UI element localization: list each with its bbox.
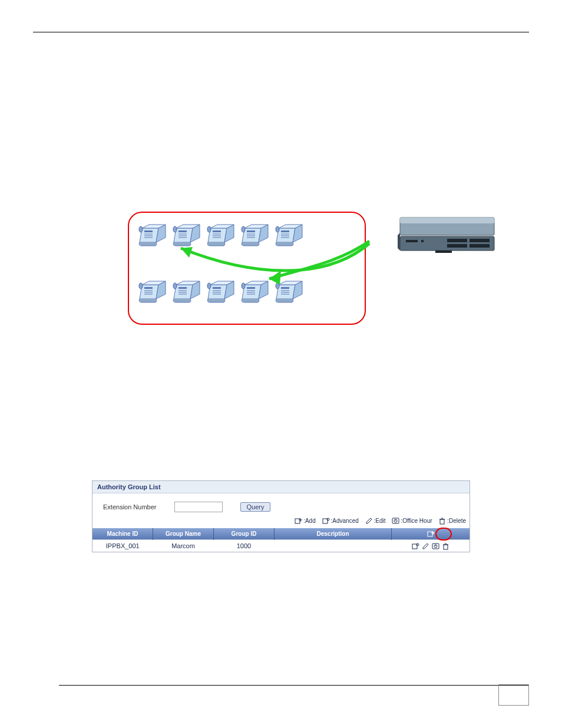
- col-description: Description: [275, 528, 392, 540]
- svg-rect-51: [178, 287, 187, 289]
- svg-point-39: [276, 226, 279, 232]
- svg-rect-87: [447, 244, 467, 248]
- phone-icon: [138, 279, 168, 304]
- phone-icon: [173, 222, 202, 247]
- col-group-name: Group Name: [153, 528, 214, 540]
- callout-circle: [435, 528, 452, 541]
- svg-rect-11: [178, 230, 187, 232]
- svg-rect-101: [440, 519, 444, 524]
- row-delete-icon[interactable]: [442, 542, 449, 550]
- query-row: Extension Number Query: [92, 493, 470, 516]
- svg-rect-35: [281, 230, 289, 232]
- legend-advanced: :Advanced: [322, 517, 359, 525]
- svg-rect-104: [428, 532, 432, 536]
- svg-rect-85: [447, 239, 467, 242]
- svg-rect-81: [400, 218, 494, 223]
- svg-point-63: [207, 283, 211, 289]
- advanced-icon: [322, 517, 330, 525]
- cell-machine-id: IPPBX_001: [92, 540, 153, 552]
- phone-icon: [241, 279, 270, 304]
- svg-rect-43: [144, 287, 153, 289]
- col-group-id: Group ID: [214, 528, 275, 540]
- group-table: Machine ID Group Name Group ID Descripti…: [92, 528, 470, 552]
- cell-description: [275, 540, 392, 552]
- phone-icon: [173, 279, 202, 304]
- svg-point-7: [139, 226, 143, 232]
- legend-office-hour: :Office Hour: [392, 517, 432, 525]
- clock-icon: [392, 517, 399, 525]
- phone-icon: [138, 222, 168, 247]
- row-advanced-icon[interactable]: [412, 542, 419, 550]
- svg-rect-82: [400, 236, 494, 251]
- phone-icon: [275, 222, 305, 247]
- row-office-hour-icon[interactable]: [432, 542, 439, 550]
- network-diagram: [128, 209, 434, 327]
- legend-delete: :Delete: [438, 517, 466, 525]
- authority-group-list-panel: Authority Group List Extension Number Qu…: [92, 480, 470, 552]
- phone-icon: [207, 279, 236, 304]
- cell-group-id: 1000: [214, 540, 275, 552]
- svg-rect-59: [213, 287, 221, 289]
- svg-point-31: [242, 226, 245, 232]
- phone-icon: [241, 222, 270, 247]
- phone-icon: [275, 279, 305, 304]
- trash-icon: [438, 517, 446, 525]
- svg-rect-93: [295, 519, 300, 523]
- svg-rect-75: [281, 287, 289, 289]
- svg-marker-90: [398, 233, 400, 251]
- svg-rect-83: [406, 240, 418, 242]
- svg-rect-27: [247, 230, 255, 232]
- ippbx-device-icon: [398, 215, 498, 254]
- svg-rect-86: [470, 239, 490, 242]
- header-add-icon[interactable]: [427, 530, 435, 538]
- svg-point-71: [242, 283, 245, 289]
- svg-point-23: [207, 226, 211, 232]
- add-icon: [295, 517, 302, 525]
- phone-icon: [207, 222, 236, 247]
- phone-row-top: [138, 222, 305, 247]
- legend-edit: :Edit: [365, 517, 386, 525]
- bottom-rule: [59, 685, 529, 686]
- svg-rect-3: [144, 230, 153, 232]
- edit-icon: [365, 517, 373, 525]
- col-actions: [392, 528, 470, 540]
- svg-point-15: [173, 226, 177, 232]
- svg-point-47: [139, 283, 143, 289]
- extension-number-input[interactable]: [174, 502, 223, 512]
- svg-rect-88: [470, 244, 490, 248]
- cell-group-name: Marcom: [153, 540, 214, 552]
- svg-rect-67: [247, 287, 255, 289]
- phone-row-bottom: [138, 279, 305, 304]
- extension-number-label: Extension Number: [103, 503, 157, 510]
- row-edit-icon[interactable]: [422, 542, 429, 550]
- legend-row: :Add :Advanced :Edit :Office Hour :Delet…: [92, 516, 470, 528]
- table-row: IPPBX_001Marcom1000: [92, 540, 470, 552]
- query-button[interactable]: Query: [240, 502, 271, 512]
- cell-actions: [392, 540, 470, 552]
- svg-rect-84: [421, 240, 424, 242]
- svg-point-79: [276, 283, 279, 289]
- panel-title: Authority Group List: [92, 481, 470, 493]
- legend-add: :Add: [295, 517, 316, 525]
- svg-rect-89: [435, 251, 452, 253]
- svg-rect-112: [444, 545, 448, 549]
- svg-rect-19: [213, 230, 221, 232]
- top-rule: [33, 32, 529, 32]
- col-machine-id: Machine ID: [92, 528, 153, 540]
- page-number-box: [498, 684, 529, 706]
- svg-point-55: [173, 283, 177, 289]
